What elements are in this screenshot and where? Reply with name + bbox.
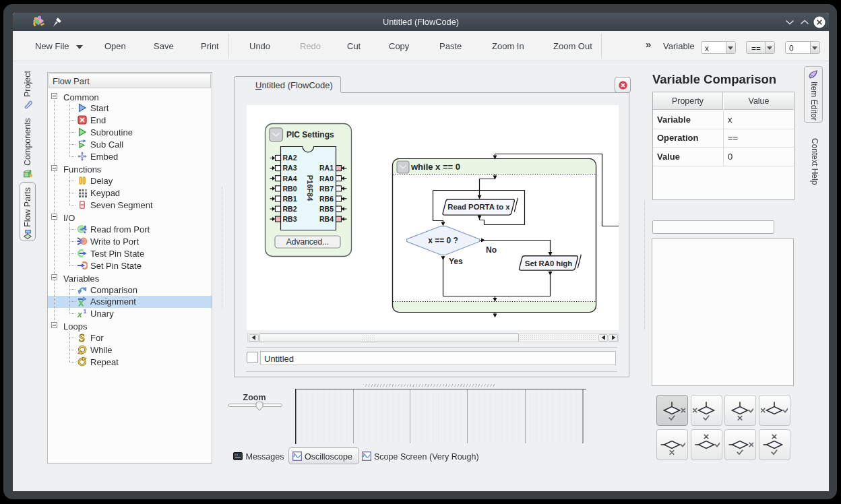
svg-text:No: No	[486, 245, 497, 255]
svg-text:RA1: RA1	[319, 164, 334, 172]
svg-text:RB6: RB6	[319, 195, 334, 203]
svg-text:x: x	[77, 310, 83, 319]
svg-text:RB4: RB4	[319, 215, 334, 223]
svg-text:RB2: RB2	[283, 205, 297, 213]
svg-text:RB5: RB5	[319, 205, 334, 213]
svg-text:RA2: RA2	[283, 154, 297, 162]
svg-text:RA4: RA4	[283, 175, 297, 183]
svg-text:RB1: RB1	[283, 195, 297, 203]
svg-text:Advanced...: Advanced...	[286, 237, 329, 247]
svg-text:x == 0 ?: x == 0 ?	[428, 236, 458, 245]
svg-text:while x == 0: while x == 0	[410, 162, 460, 172]
svg-text:X: X	[79, 299, 84, 307]
svg-text:RA3: RA3	[283, 164, 297, 172]
svg-text:RB3: RB3	[283, 215, 297, 223]
svg-text:Read PORTA to x: Read PORTA to x	[447, 203, 510, 211]
svg-text:S: S	[79, 332, 85, 343]
svg-text:1: 1	[84, 308, 87, 315]
svg-text:RB7: RB7	[319, 185, 334, 193]
svg-text:PIC Settings: PIC Settings	[286, 130, 334, 139]
svg-text:P16F84: P16F84	[306, 175, 314, 201]
svg-text:Set RA0 high: Set RA0 high	[525, 259, 572, 267]
svg-text:RB0: RB0	[283, 185, 297, 193]
svg-text:Yes: Yes	[449, 257, 463, 266]
svg-text:RA0: RA0	[319, 175, 334, 183]
